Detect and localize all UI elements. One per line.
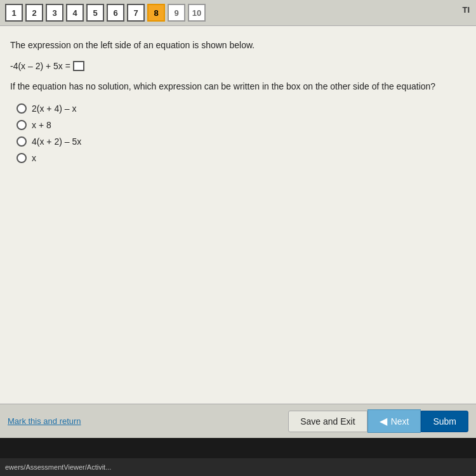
nav-number-3[interactable]: 3 [46, 4, 63, 22]
answer-box [73, 61, 84, 71]
nav-number-5[interactable]: 5 [86, 4, 104, 22]
status-bar: ewers/AssessmentViewer/Activit... [0, 458, 476, 476]
nav-number-4[interactable]: 4 [66, 4, 84, 22]
nav-number-6[interactable]: 6 [107, 4, 124, 22]
radio-3[interactable] [17, 136, 27, 147]
content-area: The expression on the left side of an eq… [0, 26, 476, 404]
nav-number-10[interactable]: 10 [188, 4, 206, 22]
nav-number-7[interactable]: 7 [127, 4, 145, 22]
save-exit-button[interactable]: Save and Exit [288, 411, 367, 432]
options-list: 2(x + 4) – xx + 84(x + 2) – 5xx [17, 103, 466, 163]
nav-bar: 12345678910 TI [0, 0, 476, 26]
main-screen: 12345678910 TI The expression on the lef… [0, 0, 476, 438]
option-label-4: x [32, 153, 36, 163]
action-bar: Mark this and return Save and Exit ◀ Nex… [0, 404, 476, 438]
nav-number-2[interactable]: 2 [25, 4, 43, 22]
radio-1[interactable] [17, 103, 27, 114]
mark-return-link[interactable]: Mark this and return [8, 416, 81, 426]
submit-button[interactable]: Subm [421, 411, 468, 432]
expression-text: -4(x – 2) + 5x = [10, 61, 70, 71]
nav-number-8[interactable]: 8 [147, 4, 165, 22]
next-button[interactable]: ◀ Next [367, 409, 421, 433]
intro-text: The expression on the left side of an eq… [10, 39, 466, 52]
option-label-3: 4(x + 2) – 5x [32, 136, 81, 147]
radio-4[interactable] [17, 153, 27, 163]
radio-2[interactable] [17, 120, 27, 130]
option-item-2[interactable]: x + 8 [17, 120, 466, 130]
cursor-icon: ◀ [380, 415, 387, 427]
nav-number-1[interactable]: 1 [5, 4, 23, 22]
option-item-4[interactable]: x [17, 153, 466, 163]
prompt-text: If the equation has no solution, which e… [10, 80, 466, 93]
nav-number-9[interactable]: 9 [168, 4, 185, 22]
option-label-1: 2(x + 4) – x [32, 103, 76, 114]
option-label-2: x + 8 [32, 120, 51, 130]
option-item-3[interactable]: 4(x + 2) – 5x [17, 136, 466, 147]
expression-line: -4(x – 2) + 5x = [10, 61, 466, 71]
url-text: ewers/AssessmentViewer/Activit... [5, 463, 111, 471]
option-item-1[interactable]: 2(x + 4) – x [17, 103, 466, 114]
button-group: Save and Exit ◀ Next Subm [288, 409, 468, 433]
next-label: Next [391, 416, 409, 426]
timer-label: TI [462, 5, 470, 15]
